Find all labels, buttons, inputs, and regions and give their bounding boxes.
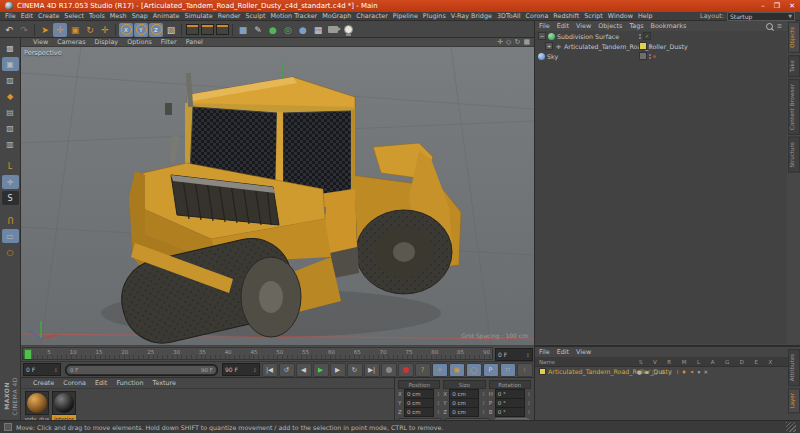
menu-motion-tracker[interactable]: Motion Tracker (270, 12, 317, 20)
object-name[interactable]: Subdivision Surface (557, 33, 619, 40)
layer-color-tag[interactable] (639, 42, 647, 50)
rotate-tool-icon[interactable]: ↻ (83, 23, 97, 37)
previous-frame-button[interactable]: ◀ (296, 363, 312, 377)
layer-toggle-expressions[interactable]: ▾ (698, 369, 701, 375)
key-parameter-toggle[interactable]: P (483, 363, 499, 377)
expander-icon[interactable]: − (538, 32, 546, 40)
size-z-field[interactable]: 0 cm (449, 407, 479, 417)
size-header[interactable]: Size (443, 380, 485, 389)
point-mode-icon[interactable]: ◆ (2, 89, 19, 103)
primitive-cube-icon[interactable]: ■ (236, 23, 250, 37)
menu-sculpt[interactable]: Sculpt (246, 12, 266, 20)
object-name[interactable]: Articulated_Tandem_Road_Roller_Dusty (564, 43, 688, 50)
check-tag-icon[interactable]: ✓ (643, 32, 651, 40)
layer-toggle-lock[interactable]: ⋮ (668, 369, 674, 375)
layer-color-swatch[interactable] (539, 368, 546, 375)
make-editable-icon[interactable]: ▩ (2, 41, 19, 55)
x-axis-lock-icon[interactable]: X (119, 23, 133, 37)
z-axis-lock-icon[interactable]: Z (149, 23, 163, 37)
scale-tool-icon[interactable]: ▣ (68, 23, 82, 37)
layer-toggle-animation[interactable]: Ⅰ (677, 369, 679, 375)
tab-objects[interactable]: Objects (788, 22, 800, 53)
object-row-roller[interactable]: + ✛ Articulated_Tandem_Road_Roller_Dusty (535, 41, 787, 51)
next-frame-button[interactable]: ▶ (330, 363, 346, 377)
search-icon[interactable] (766, 23, 773, 30)
om-menu-tags[interactable]: Tags (629, 22, 643, 30)
om-menu-objects[interactable]: Objects (598, 22, 622, 30)
tab-layer[interactable]: Layer (788, 388, 800, 413)
position-z-field[interactable]: 0 cm (404, 407, 434, 417)
last-tool-icon[interactable]: ✛ (98, 23, 112, 37)
tab-attributes[interactable]: Attributes (788, 349, 800, 386)
menu-select[interactable]: Select (64, 12, 84, 20)
cycle-button[interactable]: ↻ (347, 363, 363, 377)
enable-snap-icon[interactable]: U (2, 213, 19, 227)
current-frame-field[interactable]: 0 F ↕ (495, 348, 533, 361)
layer-row[interactable]: Articulated_Tandem_Road_Roller_Dusty ● ▪… (535, 367, 800, 376)
workplane-mode-icon[interactable]: ▭ (2, 229, 19, 243)
deformer-icon[interactable]: ◎ (281, 23, 295, 37)
maximize-button[interactable]: ❐ (774, 2, 780, 10)
menu-mograph[interactable]: MoGraph (322, 12, 351, 20)
menu-simulate[interactable]: Simulate (185, 12, 213, 20)
spline-pen-icon[interactable]: ✎ (251, 23, 265, 37)
minimize-button[interactable]: – (761, 2, 765, 10)
layer-toggle-xref[interactable]: ✕ (703, 369, 708, 375)
render-settings-icon[interactable] (215, 23, 229, 37)
menu-window[interactable]: Window (608, 12, 633, 20)
viewport-view-label[interactable]: Perspective (24, 49, 62, 57)
model-mode-icon[interactable]: ▣ (2, 57, 19, 71)
enable-axis-icon[interactable]: ✛ (2, 175, 19, 189)
close-button[interactable]: ✕ (789, 2, 795, 10)
menu-edit[interactable]: Edit (21, 12, 33, 20)
key-rotation-toggle[interactable]: ◯ (466, 363, 482, 377)
om-menu-bookmarks[interactable]: Bookmarks (651, 22, 687, 30)
light-icon[interactable] (341, 23, 355, 37)
subdivision-surface-icon[interactable]: ● (266, 23, 280, 37)
viewport-menu-options[interactable]: Options (127, 38, 152, 46)
menu-render[interactable]: Render (218, 12, 241, 20)
timeline-playhead[interactable] (24, 349, 32, 360)
view-toggle-icon[interactable]: ▦ (523, 38, 530, 46)
viewport-menu-view[interactable]: View (33, 38, 48, 46)
key-pla-toggle[interactable]: ∷ (500, 363, 516, 377)
layer-toggle-generators[interactable]: ♦ (682, 369, 687, 375)
edge-mode-icon[interactable]: ▤ (2, 105, 19, 119)
menu-tools[interactable]: Tools (89, 12, 105, 20)
viewport-menu-filter[interactable]: Filter (161, 38, 177, 46)
tab-content-browser[interactable]: Content Browser (788, 79, 800, 135)
polygon-mode-icon[interactable]: ▧ (2, 121, 19, 135)
live-selection-icon[interactable]: ➤ (38, 23, 52, 37)
key-position-toggle[interactable]: ✛ (432, 363, 448, 377)
texture-tag-icon[interactable] (639, 52, 647, 60)
view-zoom-icon[interactable]: ◇ (506, 38, 511, 46)
menu-snap[interactable]: Snap (132, 12, 148, 20)
stepper-icon[interactable]: ↕ (526, 352, 530, 358)
menu-redshift[interactable]: Redshift (553, 12, 579, 20)
layer-toggle-deformers[interactable]: ✦ (690, 369, 695, 375)
rotation-b-field[interactable]: 0 ° (495, 407, 525, 417)
stepper-icon[interactable]: ↕ (527, 391, 531, 397)
material-menu-function[interactable]: Function (116, 379, 143, 387)
keying-options-icon[interactable]: ⁝ (517, 363, 533, 377)
object-row-sky[interactable]: Sky (535, 51, 787, 61)
render-picture-viewer-icon[interactable] (200, 23, 214, 37)
menu-create[interactable]: Create (38, 12, 59, 20)
layout-dropdown[interactable]: Startup ▼ (727, 12, 795, 21)
material-menu-texture[interactable]: Texture (153, 379, 176, 387)
layer-toggle-view[interactable]: ▪ (645, 369, 649, 375)
range-end-field[interactable]: 90 F ↕ (222, 363, 260, 376)
stepper-icon[interactable]: ↕ (481, 409, 485, 415)
rotation-header[interactable]: Rotation (489, 380, 531, 389)
mograph-clone-icon[interactable]: ▦ (311, 23, 325, 37)
stepper-icon[interactable]: ↕ (436, 409, 440, 415)
autokeying-button[interactable] (398, 363, 414, 377)
menu-animate[interactable]: Animate (153, 12, 180, 20)
menu-3dtoall[interactable]: 3DToAll (497, 12, 521, 20)
undo-icon[interactable]: ↶ (2, 23, 16, 37)
keyframe-selection-button[interactable]: ? (415, 363, 431, 377)
stepper-icon[interactable]: ↕ (54, 367, 58, 373)
locked-workplane-icon[interactable]: ○ (2, 245, 19, 259)
filter-icon[interactable]: ≡ (777, 22, 782, 30)
viewport-menu-display[interactable]: Display (95, 38, 119, 46)
